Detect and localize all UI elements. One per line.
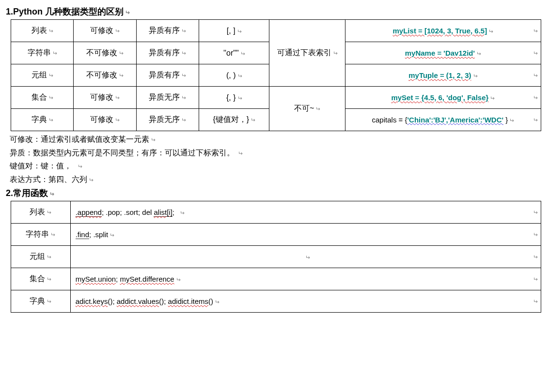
enter-icon: ↵ (533, 117, 538, 123)
enter-icon: ↵ (305, 254, 310, 261)
cell-ordered: 异质有序↵ (136, 20, 199, 42)
enter-icon: ↵ (78, 162, 82, 171)
enter-icon: ↵ (333, 50, 338, 57)
cell-syntax: (, )↵ (199, 64, 269, 87)
cell-indexable: 可通过下表索引↵ (269, 20, 345, 87)
enter-icon: ↵ (237, 28, 242, 35)
enter-icon: ↵ (238, 149, 243, 158)
cell-functions: .find; .split↵ ↵ (70, 224, 541, 246)
enter-icon: ↵ (181, 94, 186, 101)
cell-example: myTuple = (1, 2, 3)↵↵ (345, 64, 541, 87)
enter-icon: ↵ (52, 50, 57, 57)
enter-icon: ↵ (533, 50, 538, 57)
enter-icon: ↵ (151, 136, 156, 145)
enter-icon: ↵ (473, 73, 478, 79)
cell-name: 集合↵ (11, 268, 71, 290)
enter-icon: ↵ (181, 28, 186, 34)
enter-icon: ↵ (240, 50, 245, 57)
note-line: 可修改：通过索引或者赋值改变某一元素↵ (10, 133, 542, 146)
cell-name: 列表↵ (11, 201, 71, 224)
enter-icon: ↵ (48, 28, 53, 34)
enter-icon: ↵ (533, 72, 538, 79)
functions-table: 列表↵ .append; .pop; .sort; del alist[i]; … (11, 201, 541, 313)
cell-mutable: 可修改↵ (74, 20, 136, 42)
cell-mutable: 不可修改↵ (74, 64, 136, 87)
cell-name: 字典↵ (11, 109, 74, 131)
cell-functions: adict.keys(); addict.values(); adidict.i… (70, 290, 541, 313)
cell-name: 字符串↵ (11, 42, 74, 64)
data-types-table: 列表↵ 可修改↵ 异质有序↵ [, ]↵ 可通过下表索引↵ myList = [… (11, 19, 541, 131)
cell-mutable: 可修改↵ (74, 109, 136, 131)
cell-example: capitals = {'China':'BJ','America':'WDC'… (345, 109, 541, 131)
cell-syntax: [, ]↵ (199, 20, 269, 42)
cell-name: 集合↵ (11, 87, 74, 109)
cell-ordered: 异质无序↵ (136, 109, 199, 131)
cell-syntax: {键值对，}↵ (199, 109, 269, 131)
cell-ordered: 异质有序↵ (136, 42, 199, 64)
cell-name: 字典↵ (11, 290, 71, 313)
enter-icon: ↵ (488, 28, 493, 35)
section2-heading: 2.常用函数↵ (6, 187, 542, 199)
cell-ordered: 异质有序↵ (136, 64, 199, 87)
enter-icon: ↵ (533, 298, 538, 305)
enter-icon: ↵ (533, 28, 538, 34)
note-line: 异质：数据类型内元素可是不同类型；有序：可以通过下标索引。 ↵ (10, 147, 542, 159)
cell-indexable: 不可~↵ (269, 87, 345, 131)
enter-icon: ↵ (115, 117, 120, 123)
enter-icon: ↵ (215, 299, 219, 305)
enter-icon: ↵ (89, 176, 94, 185)
enter-icon: ↵ (533, 94, 538, 101)
cell-functions: mySet.union; mySet.difference↵ ↵ (70, 268, 541, 290)
enter-icon: ↵ (181, 117, 186, 123)
enter-icon: ↵ (119, 50, 124, 57)
enter-icon: ↵ (119, 72, 124, 79)
section1-heading: 1.Python 几种数据类型的区别↵ (6, 6, 542, 17)
enter-icon: ↵ (50, 231, 55, 238)
enter-icon: ↵ (180, 210, 185, 216)
cell-example: myList = [1024, 3, True, 6.5]↵↵ (345, 20, 541, 42)
cell-ordered: 异质无序↵ (136, 87, 199, 109)
enter-icon: ↵ (47, 254, 51, 260)
cell-name: 字符串↵ (11, 224, 71, 246)
enter-icon: ↵ (315, 106, 320, 112)
enter-icon: ↵ (181, 50, 186, 57)
enter-icon: ↵ (176, 276, 181, 283)
enter-icon: ↵ (509, 117, 514, 124)
enter-icon: ↵ (251, 117, 255, 123)
enter-icon: ↵ (48, 72, 53, 79)
enter-icon: ↵ (47, 276, 51, 283)
enter-icon: ↵ (49, 191, 54, 197)
enter-icon: ↵ (533, 254, 538, 260)
enter-icon: ↵ (237, 95, 242, 102)
cell-name: 列表↵ (11, 20, 74, 42)
note-line: 键值对：键：值， ↵ (10, 160, 542, 172)
enter-icon: ↵ (125, 9, 130, 16)
enter-icon: ↵ (47, 209, 51, 216)
cell-syntax: {, }↵ (199, 87, 269, 109)
enter-icon: ↵ (476, 50, 481, 57)
enter-icon: ↵ (490, 95, 495, 102)
enter-icon: ↵ (48, 117, 53, 123)
enter-icon: ↵ (48, 94, 53, 101)
enter-icon: ↵ (237, 73, 242, 79)
cell-syntax: ''or""↵ (199, 42, 269, 64)
cell-example: mySet = {4.5, 6, 'dog', False}↵↵ (345, 87, 541, 109)
cell-example: myName = 'Dav12id'↵↵ (345, 42, 541, 64)
enter-icon: ↵ (115, 28, 120, 34)
enter-icon: ↵ (533, 209, 538, 216)
enter-icon: ↵ (110, 232, 114, 239)
enter-icon: ↵ (47, 298, 51, 305)
enter-icon: ↵ (533, 231, 538, 238)
enter-icon: ↵ (115, 94, 120, 101)
note-line: 表达方式：第四、六列↵ (10, 173, 542, 186)
cell-functions: .append; .pop; .sort; del alist[i]; ↵ ↵ (70, 201, 541, 224)
cell-mutable: 不可修改↵ (74, 42, 136, 64)
cell-mutable: 可修改↵ (74, 87, 136, 109)
enter-icon: ↵ (533, 276, 538, 283)
heading-text: 2.常用函数 (6, 188, 48, 198)
cell-functions: ↵ ↵ (70, 246, 541, 268)
heading-text: 1.Python 几种数据类型的区别 (6, 7, 124, 16)
cell-name: 元组↵ (11, 246, 71, 268)
cell-name: 元组↵ (11, 64, 74, 87)
enter-icon: ↵ (181, 72, 186, 79)
